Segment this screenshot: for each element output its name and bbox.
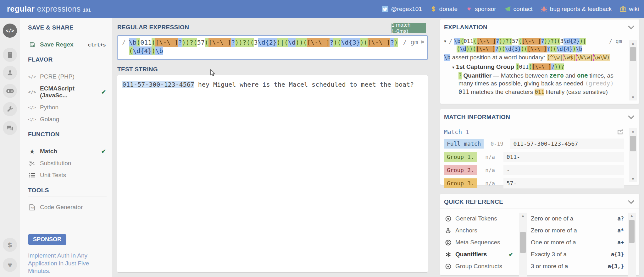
scroll-up-icon[interactable]: ▲ (519, 214, 527, 218)
save-regex-button[interactable]: Save Regex ctrl+s (28, 39, 107, 51)
category-scrollbar[interactable]: ▲ ▼ (519, 213, 527, 277)
expl-group-row: ▾ 1st Capturing Group (011([\-\ ]?))? (444, 63, 624, 71)
match-row-value: 011- (503, 152, 624, 162)
nav-link--regex101[interactable]: @regex101 (382, 6, 422, 13)
flavor-item-python[interactable]: </>Python (28, 101, 107, 113)
logo-text-expressions: expressions (37, 4, 81, 13)
flag-icon[interactable]: ⚑ (421, 39, 424, 46)
regex-token: ( (557, 38, 560, 45)
match-row-group-3-: Group 3.n/a57- (444, 178, 624, 188)
regex-token: ? (495, 46, 498, 52)
reference-category-group-constructs[interactable]: Group Constructs (444, 260, 516, 272)
scrollbar-thumb[interactable] (520, 232, 526, 253)
regex-token: ? (547, 46, 550, 52)
rail-button-heart[interactable]: ♥ (3, 258, 17, 272)
nav-link-contact[interactable]: contact (504, 6, 533, 13)
app-logo[interactable]: regular expressions 101 (7, 4, 91, 14)
match-count-badge: 1 match (~0ms) (391, 23, 426, 33)
tools-heading: TOOLS (28, 187, 107, 197)
reference-entry-a-[interactable]: Zero or more of aa* (530, 225, 625, 236)
regex-token: ) (580, 38, 583, 45)
nav-link-donate[interactable]: $donate (430, 6, 458, 13)
regex-token: {3} (349, 38, 360, 47)
flavor-item-pcre-php-[interactable]: </>PCRE (PHP) (28, 71, 107, 83)
scrollbar-thumb[interactable] (630, 47, 636, 61)
match-row-value: 011-57-300-123-4567 (510, 138, 624, 149)
regex-token: 011 (140, 38, 152, 47)
test-string-input[interactable]: 011-57-300-123-4567 hey Miguel where is … (117, 75, 428, 273)
reference-entry-a-3-[interactable]: Exactly 3 of aa{3} (530, 248, 625, 260)
regex-token: 011 (519, 63, 529, 70)
reference-entry-a-[interactable]: One or more of aa+ (530, 236, 625, 248)
reference-category-meta-sequences[interactable]: Meta Sequences (444, 236, 516, 248)
regex-token: ) (521, 46, 524, 52)
nav-link-sponsor[interactable]: ♥sponsor (466, 6, 496, 13)
reference-entry-list: Zero or one of aa?Zero or more of aa*One… (530, 213, 625, 277)
chevron-down-icon[interactable] (628, 115, 635, 119)
nav-link-wiki[interactable]: wiki (620, 6, 639, 13)
regex-token: ( (460, 38, 464, 45)
match-info-scrollbar[interactable]: ▲ ▼ (629, 128, 637, 182)
quick-reference-heading: QUICK REFERENCE (444, 198, 503, 205)
nav-link-bug-reports-feedback[interactable]: bug reports & feedback (541, 6, 612, 13)
test-string-heading: TEST STRING (117, 66, 158, 73)
rail-button-book[interactable] (3, 48, 17, 62)
header-nav: @regex101$donate♥sponsorcontactbug repor… (382, 6, 639, 13)
rail-button-gamepad[interactable] (3, 84, 17, 98)
regex-token: {2} (265, 38, 277, 47)
reference-category-anchors[interactable]: Anchors (444, 225, 516, 236)
reference-category-quantifiers[interactable]: Quantifiers✔ (444, 248, 516, 260)
function-list: ★Match✔SubstitutionUnit Tests (28, 145, 107, 181)
regex-token: ( (205, 38, 208, 47)
function-item-match[interactable]: ★Match✔ (28, 145, 107, 157)
scrollbar-thumb[interactable] (629, 220, 635, 243)
regex-token: ) (296, 38, 299, 47)
regex-close-delimiter: / gm⚑ (403, 38, 424, 55)
collapse-triangle-icon[interactable]: ▾ (444, 37, 446, 45)
bullseye-icon (445, 216, 452, 222)
chevron-down-icon[interactable] (628, 200, 635, 204)
rail-button-code[interactable]: </> (3, 24, 17, 38)
regex-token: ) (498, 46, 502, 52)
regex-token: \b (454, 38, 460, 45)
regex-token: ) (466, 46, 469, 52)
entry-scrollbar[interactable]: ▲ ▼ (628, 213, 636, 277)
user-icon (7, 70, 13, 76)
scroll-down-icon[interactable]: ▼ (628, 276, 636, 277)
wrench-icon (7, 106, 13, 112)
regex-token: \d (288, 38, 296, 47)
scroll-up-icon[interactable]: ▲ (628, 214, 636, 218)
rail-button-wrench[interactable] (3, 102, 17, 116)
scroll-down-icon[interactable]: ▼ (629, 177, 637, 181)
scroll-up-icon[interactable]: ▲ (629, 41, 637, 46)
scroll-down-icon[interactable]: ▼ (629, 95, 637, 100)
sponsor-ad-link[interactable]: Implement Auth in Any Application in Jus… (28, 252, 107, 275)
explanation-scrollbar[interactable]: ▲ ▼ (629, 40, 637, 100)
regex-token: | (583, 38, 586, 45)
export-matches-icon[interactable] (617, 129, 624, 135)
function-item-substitution[interactable]: Substitution (28, 157, 107, 169)
group-triangle-icon[interactable]: ▾ (452, 65, 454, 70)
chevron-down-icon[interactable] (628, 25, 635, 30)
scrollbar-thumb[interactable] (630, 136, 636, 151)
function-item-unit-tests[interactable]: Unit Tests (28, 169, 107, 181)
regex-token: \d (564, 38, 570, 45)
flavor-heading: FLAVOR (28, 56, 107, 66)
regex-token: ( (337, 38, 341, 47)
regex-input[interactable]: / \b(011([\-\ ]?))?(57([\-\ ]?))?((3\d{2… (117, 35, 428, 60)
tool-item-code-generator[interactable]: </>Code Generator (28, 201, 107, 213)
reference-category-general-tokens[interactable]: General Tokens (444, 213, 516, 225)
literal-chip: 011 (535, 89, 544, 95)
group-tokens: (011([\-\ ]?))? (516, 64, 564, 70)
rail-button-dollar[interactable]: $ (3, 238, 17, 252)
reference-entry-a-[interactable]: Zero or one of aa? (530, 213, 625, 225)
scroll-down-icon[interactable]: ▼ (519, 276, 527, 277)
flavor-item-ecmascript-javasc-[interactable]: </>ECMAScript (JavaSc...✔ (28, 83, 107, 101)
rail-button-user[interactable] (3, 66, 17, 80)
regex-token: \d (557, 46, 563, 52)
rail-button-chat[interactable] (3, 121, 17, 135)
flavor-item-golang[interactable]: </>Golang (28, 113, 107, 125)
scroll-up-icon[interactable]: ▲ (629, 129, 637, 133)
regex-pattern: \b(011([\-\ ]?))?(57([\-\ ]?))?((3\d{2})… (129, 38, 399, 55)
reference-entry-a-3-[interactable]: 3 or more of aa{3,} (530, 260, 625, 272)
